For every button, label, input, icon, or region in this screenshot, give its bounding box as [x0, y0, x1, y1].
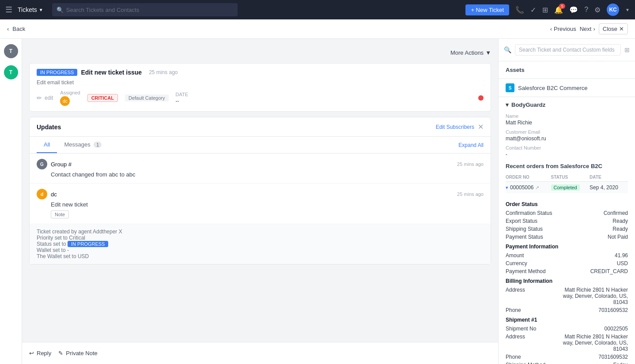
- new-ticket-button[interactable]: + New Ticket: [465, 4, 509, 15]
- top-nav: ☰ Tickets ▼ 🔍 + New Ticket 📞 ✓ ⊞ 🔔 5 💬 ?…: [0, 0, 635, 19]
- billing-phone-row: Phone 7031609532: [506, 307, 628, 313]
- assets-title: Assets: [506, 67, 525, 73]
- search-icon-right: 🔍: [504, 46, 511, 53]
- salesforce-label: Salesforce B2C Commerce: [518, 85, 588, 91]
- confirmation-status-row: Confirmation Status Confirmed: [506, 210, 628, 216]
- shipment-phone-row: Phone 7031609532: [506, 354, 628, 360]
- sidebar-avatar-1[interactable]: T: [4, 44, 18, 58]
- system-log: Ticket created by agent Addtheper X Prio…: [30, 224, 491, 264]
- user-avatar[interactable]: KC: [607, 4, 619, 16]
- meta-edit: edit: [45, 95, 53, 101]
- activity-time-2: 25 mins ago: [457, 191, 484, 197]
- chevron-down-icon-actions: ▼: [485, 49, 491, 56]
- notification-icon[interactable]: 🔔 5: [554, 6, 563, 14]
- right-arrow-icon: ›: [593, 26, 595, 32]
- export-status-row: Export Status Ready: [506, 218, 628, 224]
- external-link-icon[interactable]: ↗: [535, 185, 539, 191]
- edit-subscribers-button[interactable]: Edit Subscribers: [436, 124, 474, 130]
- shipment-address-row: Address Matt Richie 2801 N Hacker way, D…: [506, 334, 628, 352]
- search-input[interactable]: [66, 7, 233, 13]
- updates-expand-button[interactable]: ✕: [478, 123, 484, 131]
- nav-right: + New Ticket 📞 ✓ ⊞ 🔔 5 💬 ? ⚙ KC ▼: [465, 4, 630, 16]
- col-date: DATE: [590, 173, 628, 182]
- previous-button[interactable]: ‹ Previous: [550, 26, 576, 32]
- col-order-no: ORDER NO: [506, 173, 551, 182]
- note-button[interactable]: Note: [51, 210, 69, 218]
- salesforce-section[interactable]: S Salesforce B2C Commerce: [499, 79, 635, 97]
- right-search-input[interactable]: [515, 44, 621, 56]
- bodyguardz-header[interactable]: ▾ BodyGuardz: [506, 101, 628, 108]
- updates-tabs: All Messages 1 Expand All: [30, 137, 491, 154]
- system-log-line-2: Priority set to Critical: [37, 235, 484, 241]
- status-in-progress-badge: IN PROGRESS: [68, 241, 108, 247]
- shipping-status-row: Shipping Status Ready: [506, 226, 628, 232]
- meta-status: CRITICAL: [87, 94, 118, 102]
- status-critical-badge: CRITICAL: [87, 94, 118, 102]
- reply-icon: ↩: [29, 350, 34, 356]
- close-icon: ✕: [619, 26, 624, 32]
- meta-category: Default Category: [125, 94, 169, 101]
- amount-row: Amount 41.96: [506, 252, 628, 259]
- right-panel: 🔍 ⊞ Assets S Salesforce B2C Commerce ▾ B…: [498, 39, 635, 364]
- grid-icon[interactable]: ⊞: [542, 6, 548, 14]
- shipment-no-row: Shipment No 00022505: [506, 326, 628, 332]
- main-content: More Actions ▼ IN PROGRESS Edit new tick…: [22, 39, 498, 364]
- activity-entry-header-2: d dc 25 mins ago: [37, 189, 484, 199]
- order-details: Order Status Confirmation Status Confirm…: [506, 193, 628, 364]
- activity-entry-2: d dc 25 mins ago Edit new ticket Not: [30, 184, 491, 224]
- more-actions-button[interactable]: More Actions ▼: [450, 49, 491, 56]
- phone-icon[interactable]: 📞: [515, 6, 524, 14]
- back-button[interactable]: ‹ Back: [7, 26, 25, 32]
- settings-icon[interactable]: ⚙: [594, 6, 601, 14]
- next-button[interactable]: Next ›: [580, 26, 595, 32]
- activity-entry-1: G Group # 25 mins ago Contact changed fr…: [30, 154, 491, 184]
- chevron-down-icon-user: ▼: [625, 8, 630, 12]
- completed-badge: Completed: [551, 184, 580, 191]
- search-icon: 🔍: [57, 7, 64, 13]
- field-email-value: matt@oniosoft.ru: [506, 135, 628, 142]
- edit-icon: ✏: [37, 94, 42, 101]
- ticket-card: IN PROGRESS Edit new ticket issue 25 min…: [29, 63, 491, 112]
- activity-user-2: d dc: [37, 189, 57, 199]
- orders-header-row: ORDER NO STATUS DATE: [506, 173, 628, 182]
- order-row-1: ▾ 00005006 ↗ Completed Sep 4, 2020: [506, 182, 628, 194]
- tab-messages[interactable]: Messages 1: [57, 137, 109, 153]
- activity-entry-header-1: G Group # 25 mins ago: [37, 159, 484, 169]
- billing-address-row: Address Matt Richie 2801 N Hacker way, D…: [506, 287, 628, 305]
- grid-view-icon[interactable]: ⊞: [624, 46, 630, 53]
- tab-all[interactable]: All: [37, 137, 57, 153]
- red-dot-icon: [478, 95, 484, 101]
- sidebar-avatar-2[interactable]: T: [4, 65, 18, 79]
- bodyguardz-section: ▾ BodyGuardz Name Matt Richie Customer E…: [499, 97, 635, 364]
- check-icon[interactable]: ✓: [530, 6, 536, 14]
- shipping-method-row: Shipping Method Fedex: [506, 362, 628, 364]
- order-date-cell: Sep 4, 2020: [590, 182, 628, 194]
- notification-badge: 5: [559, 4, 565, 9]
- chat-icon[interactable]: 💬: [569, 6, 578, 14]
- help-icon[interactable]: ?: [584, 6, 588, 14]
- payment-info-title: Payment Information: [506, 244, 628, 250]
- activity-user-1: G Group #: [37, 159, 72, 169]
- field-name-value: Matt Richie: [506, 120, 628, 126]
- ticket-header: IN PROGRESS Edit new ticket issue 25 min…: [37, 69, 484, 76]
- expand-all-button[interactable]: Expand All: [458, 142, 484, 148]
- billing-info-title: Billing Information: [506, 278, 628, 284]
- payment-method-row: Payment Method CREDIT_CARD: [506, 268, 628, 274]
- system-log-line-5: The Wallet set to USD: [37, 253, 484, 259]
- order-no-value: 00005006: [510, 184, 533, 191]
- menu-icon[interactable]: ☰: [5, 5, 12, 15]
- ticket-time: 25 mins ago: [149, 69, 178, 75]
- order-status-cell: Completed: [551, 182, 590, 194]
- order-no-cell: ▾ 00005006 ↗: [506, 182, 551, 194]
- note-container: Note: [51, 210, 484, 218]
- back-arrow-icon: ‹: [7, 26, 9, 32]
- left-arrow-icon: ‹: [550, 26, 552, 32]
- close-button[interactable]: Close ✕: [599, 23, 628, 34]
- order-expand-icon[interactable]: ▾: [506, 185, 508, 191]
- private-note-button[interactable]: ✎ Private Note: [58, 350, 98, 356]
- sub-nav-actions: ‹ Previous Next › Close ✕: [550, 23, 628, 34]
- bodyguardz-label: BodyGuardz: [511, 101, 545, 108]
- app-title[interactable]: Tickets ▼: [18, 6, 43, 13]
- user-name-1: Group #: [51, 161, 72, 168]
- reply-button[interactable]: ↩ Reply: [29, 350, 51, 356]
